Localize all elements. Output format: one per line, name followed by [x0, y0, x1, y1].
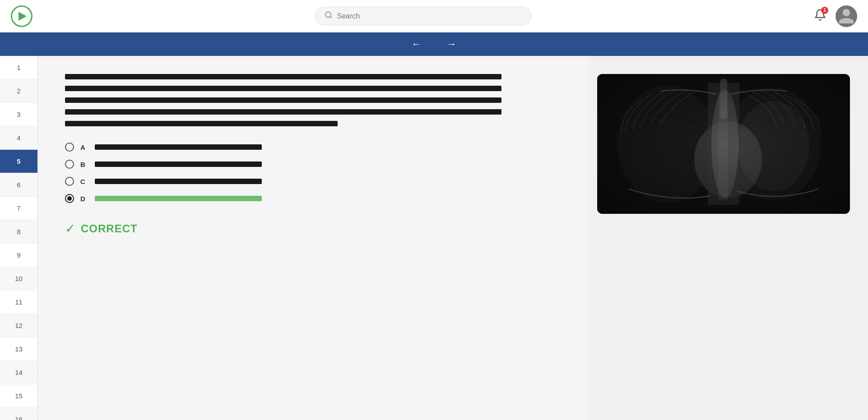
forward-arrow-button[interactable]: → [443, 35, 460, 54]
sidebar-item-8[interactable]: 8 [0, 220, 37, 244]
search-input[interactable] [337, 12, 522, 20]
svg-rect-22 [597, 74, 850, 214]
question-line-5 [65, 121, 338, 126]
sidebar-item-5[interactable]: 5 [0, 150, 37, 173]
option-label-a: A [80, 143, 88, 151]
header-right-controls: 1 [814, 5, 857, 27]
radio-a[interactable] [65, 143, 74, 152]
question-panel: A B C D ✓ CORRECT [38, 56, 588, 420]
notification-badge: 1 [821, 7, 828, 14]
sidebar-item-9[interactable]: 9 [0, 244, 37, 267]
question-text [65, 74, 561, 126]
main-content-area: 1 2 3 4 5 6 7 8 9 10 11 12 13 14 15 16 A [0, 56, 868, 420]
option-label-b: B [80, 161, 88, 168]
xray-panel [588, 56, 868, 420]
option-bar-a [95, 144, 262, 150]
xray-image [597, 74, 850, 214]
option-bar-d [95, 196, 262, 201]
search-bar[interactable] [315, 7, 532, 25]
sidebar-item-12[interactable]: 12 [0, 314, 37, 337]
option-c[interactable]: C [65, 177, 561, 186]
question-line-3 [65, 97, 501, 103]
option-label-c: C [80, 178, 88, 185]
sidebar-item-14[interactable]: 14 [0, 361, 37, 384]
avatar[interactable] [836, 5, 857, 27]
sidebar-item-16[interactable]: 16 [0, 408, 37, 420]
svg-line-1 [330, 16, 331, 18]
option-a[interactable]: A [65, 143, 561, 152]
sidebar-item-13[interactable]: 13 [0, 337, 37, 361]
logo-area [11, 5, 32, 27]
play-icon [19, 12, 27, 21]
sidebar-item-15[interactable]: 15 [0, 384, 37, 408]
checkmark-icon: ✓ [65, 221, 75, 236]
option-label-d: D [80, 195, 88, 203]
sidebar-item-7[interactable]: 7 [0, 197, 37, 220]
correct-indicator: ✓ CORRECT [65, 221, 561, 236]
sidebar-item-1[interactable]: 1 [0, 56, 37, 79]
radio-b[interactable] [65, 160, 74, 169]
question-line-2 [65, 86, 501, 91]
sidebar-item-3[interactable]: 3 [0, 103, 37, 126]
question-line-4 [65, 109, 501, 115]
navigation-bar: ← → [0, 32, 868, 56]
option-b[interactable]: B [65, 160, 561, 169]
option-bar-b [95, 162, 262, 167]
logo-play-button[interactable] [11, 5, 32, 27]
sidebar-item-11[interactable]: 11 [0, 291, 37, 314]
option-d[interactable]: D [65, 194, 561, 203]
sidebar-item-4[interactable]: 4 [0, 126, 37, 150]
notification-bell[interactable]: 1 [814, 9, 826, 24]
sidebar-item-2[interactable]: 2 [0, 79, 37, 103]
back-arrow-button[interactable]: ← [408, 35, 425, 54]
main-header: 1 [0, 0, 868, 32]
sidebar-item-6[interactable]: 6 [0, 173, 37, 197]
question-number-sidebar: 1 2 3 4 5 6 7 8 9 10 11 12 13 14 15 16 [0, 56, 38, 420]
question-line-1 [65, 74, 501, 79]
option-bar-c [95, 179, 262, 184]
correct-text: CORRECT [81, 222, 138, 235]
sidebar-item-10[interactable]: 10 [0, 267, 37, 291]
radio-d[interactable] [65, 194, 74, 203]
answer-options: A B C D [65, 143, 561, 203]
search-icon [325, 11, 333, 21]
radio-c[interactable] [65, 177, 74, 186]
